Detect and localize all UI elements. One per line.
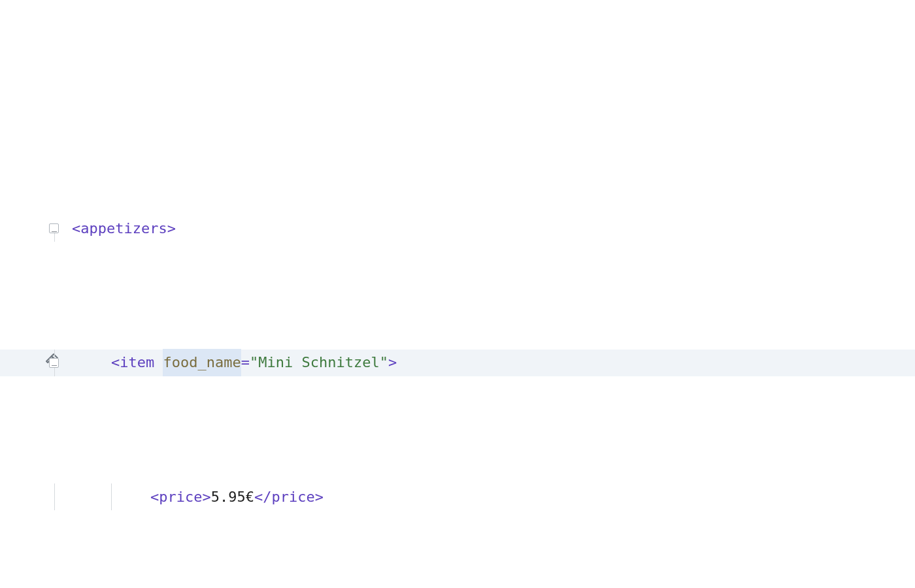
code-line[interactable]: <price>5.95€</price> bbox=[0, 483, 915, 510]
code-editor[interactable]: <appetizers> <item food_name="Mini Schni… bbox=[0, 108, 915, 589]
fold-gutter[interactable] bbox=[36, 350, 72, 376]
fold-toggle-icon[interactable] bbox=[49, 223, 59, 233]
xml-text: 5.95€ bbox=[211, 483, 254, 510]
xml-bracket: < bbox=[111, 349, 120, 376]
gutter-cell bbox=[0, 215, 36, 242]
xml-string: "Mini Schnitzel" bbox=[250, 349, 388, 376]
xml-tag: price bbox=[271, 483, 314, 510]
code-line-active[interactable]: <item food_name="Mini Schnitzel"> bbox=[0, 350, 915, 376]
build-gutter-icon[interactable] bbox=[0, 350, 36, 376]
fold-gutter[interactable] bbox=[36, 483, 72, 510]
code-content[interactable]: <appetizers> bbox=[72, 215, 176, 242]
code-content[interactable]: <price>5.95€</price> bbox=[72, 483, 324, 510]
xml-bracket: > bbox=[388, 349, 397, 376]
gutter-cell bbox=[0, 483, 36, 510]
code-content[interactable]: <item food_name="Mini Schnitzel"> bbox=[72, 350, 397, 376]
xml-attr-highlighted: food_name bbox=[163, 349, 241, 376]
xml-tag: appetizers bbox=[80, 215, 167, 242]
xml-bracket: < bbox=[72, 215, 80, 242]
fold-toggle-icon[interactable] bbox=[49, 358, 59, 368]
xml-bracket: > bbox=[167, 215, 176, 242]
xml-tag: item bbox=[120, 349, 154, 376]
fold-gutter[interactable] bbox=[36, 215, 72, 242]
xml-eq: = bbox=[241, 349, 250, 376]
xml-tag: price bbox=[159, 483, 202, 510]
code-line[interactable]: <appetizers> bbox=[0, 215, 915, 242]
